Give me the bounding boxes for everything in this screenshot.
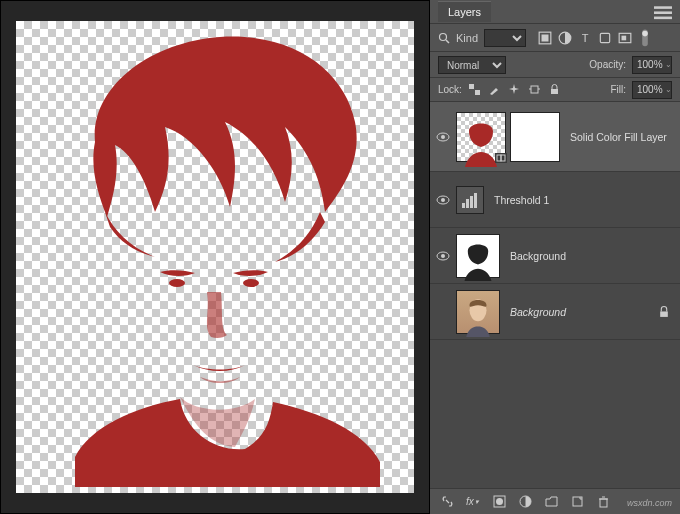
- filter-shape-icon[interactable]: [598, 31, 612, 45]
- adjustment-thumbnail[interactable]: [456, 186, 484, 214]
- fill-label: Fill:: [610, 84, 626, 95]
- svg-rect-39: [573, 497, 582, 506]
- new-group-icon[interactable]: [544, 495, 558, 509]
- svg-line-6: [446, 40, 449, 43]
- svg-point-14: [642, 31, 648, 37]
- svg-point-1: [243, 279, 259, 287]
- svg-rect-40: [600, 499, 607, 507]
- svg-rect-30: [470, 196, 473, 208]
- canvas-viewport: [0, 0, 430, 514]
- delete-layer-icon[interactable]: [596, 495, 610, 509]
- filter-adjustment-icon[interactable]: [558, 31, 572, 45]
- svg-point-22: [441, 135, 445, 139]
- fill-value[interactable]: 100%⌄: [632, 81, 672, 99]
- watermark: wsxdn.com: [627, 498, 672, 508]
- svg-rect-35: [660, 311, 668, 316]
- svg-rect-16: [475, 90, 480, 95]
- layer-name[interactable]: Background: [510, 250, 674, 262]
- layer-name[interactable]: Background: [510, 306, 652, 318]
- svg-rect-17: [531, 86, 538, 93]
- filter-smart-icon[interactable]: [618, 31, 632, 45]
- opacity-value[interactable]: 100%⌄: [632, 56, 672, 74]
- visibility-toggle[interactable]: [436, 249, 450, 263]
- layer-row[interactable]: Threshold 1: [430, 172, 680, 228]
- svg-rect-2: [654, 6, 672, 9]
- svg-point-5: [440, 33, 447, 40]
- new-adjustment-icon[interactable]: [518, 495, 532, 509]
- svg-rect-4: [654, 16, 672, 19]
- canvas-artwork: [35, 27, 395, 487]
- svg-rect-10: [600, 33, 609, 42]
- blend-mode-dropdown[interactable]: Normal: [438, 56, 506, 74]
- layer-name[interactable]: Threshold 1: [494, 194, 674, 206]
- layer-row[interactable]: Background: [430, 228, 680, 284]
- add-mask-icon[interactable]: [492, 495, 506, 509]
- svg-point-33: [441, 254, 445, 258]
- lock-icon: [658, 306, 670, 318]
- lock-row: Lock: Fill: 100%⌄: [430, 78, 680, 102]
- search-icon: [438, 32, 450, 44]
- layer-row[interactable]: Background: [430, 284, 680, 340]
- lock-label: Lock:: [438, 84, 462, 95]
- svg-rect-12: [622, 35, 627, 40]
- filter-toggle-icon[interactable]: [638, 31, 652, 45]
- layer-thumbnail[interactable]: [456, 112, 506, 162]
- lock-all-icon[interactable]: [548, 84, 562, 95]
- lock-pixels-icon[interactable]: [488, 84, 502, 95]
- visibility-toggle[interactable]: [436, 193, 450, 207]
- visibility-toggle[interactable]: [436, 130, 450, 144]
- lock-artboard-icon[interactable]: [528, 84, 542, 95]
- layer-filter-row: Kind T: [430, 24, 680, 52]
- lock-transparency-icon[interactable]: [468, 84, 482, 95]
- portrait-silhouette: [35, 27, 395, 487]
- opacity-label: Opacity:: [589, 59, 626, 70]
- lock-position-icon[interactable]: [508, 84, 522, 95]
- kind-label: Kind: [456, 32, 478, 44]
- filter-pixel-icon[interactable]: [538, 31, 552, 45]
- svg-rect-3: [654, 11, 672, 14]
- filter-type-icon[interactable]: T: [578, 31, 592, 45]
- layers-tab[interactable]: Layers: [438, 1, 491, 22]
- layers-list: Solid Color Fill Layer Threshold 1 Backg…: [430, 102, 680, 488]
- layer-thumbnail[interactable]: [456, 234, 500, 278]
- svg-rect-31: [474, 193, 477, 208]
- panel-menu-icon[interactable]: [654, 5, 672, 19]
- svg-rect-28: [462, 203, 465, 208]
- svg-rect-8: [542, 34, 549, 41]
- layer-mask-thumbnail[interactable]: [510, 112, 560, 162]
- new-layer-icon[interactable]: [570, 495, 584, 509]
- transparency-checker: [16, 21, 414, 493]
- svg-rect-15: [469, 84, 474, 89]
- svg-point-37: [496, 498, 503, 505]
- link-corner-icon: [495, 153, 507, 163]
- layer-row[interactable]: Solid Color Fill Layer: [430, 102, 680, 172]
- svg-rect-29: [466, 199, 469, 208]
- panel-header: Layers: [430, 0, 680, 24]
- filter-kind-dropdown[interactable]: [484, 29, 526, 47]
- blend-mode-row: Normal Opacity: 100%⌄: [430, 52, 680, 78]
- svg-point-0: [169, 279, 185, 287]
- fx-icon[interactable]: fx▾: [466, 495, 480, 509]
- svg-rect-20: [551, 89, 558, 94]
- layer-name[interactable]: Solid Color Fill Layer: [570, 131, 674, 143]
- link-layers-icon[interactable]: [440, 495, 454, 509]
- layer-thumbnail[interactable]: [456, 290, 500, 334]
- layers-panel: ◂◂ × Layers Kind T Normal Opacity: 100%⌄…: [430, 0, 680, 514]
- svg-point-27: [441, 198, 445, 202]
